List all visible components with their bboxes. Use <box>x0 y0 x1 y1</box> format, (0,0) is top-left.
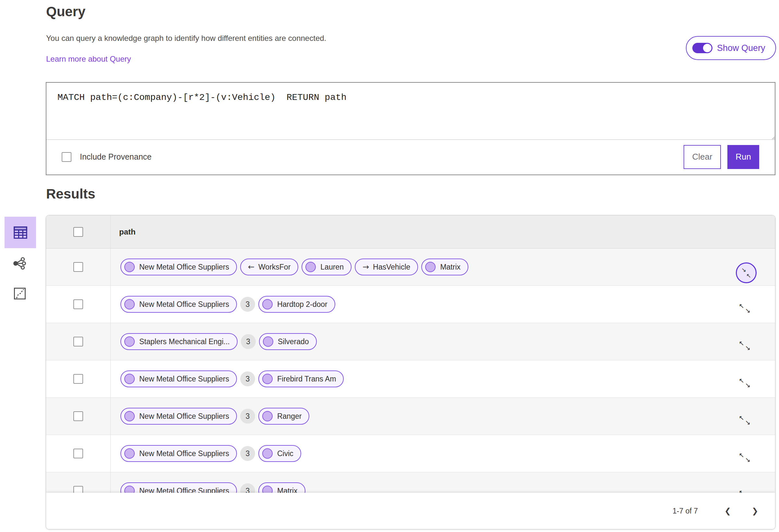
row-checkbox[interactable] <box>73 300 83 309</box>
node-circle-icon <box>262 299 273 310</box>
expand-arrow-se-icon: ↘ <box>745 456 751 463</box>
node-circle-icon <box>124 262 135 272</box>
pagination-range: 1-7 of 7 <box>672 507 698 516</box>
edge-count-badge: 3 <box>240 297 255 312</box>
row-checkbox[interactable] <box>73 411 83 421</box>
show-query-toggle[interactable]: Show Query <box>686 36 776 60</box>
node-pill[interactable]: New Metal Office Suppliers <box>120 445 237 462</box>
expand-row-button[interactable]: ↖↘ <box>739 414 751 425</box>
table-view-icon <box>13 226 27 239</box>
node-circle-icon <box>425 262 436 272</box>
row-select-cell <box>46 249 111 285</box>
collapse-row-button[interactable]: ↘↖ <box>736 262 757 283</box>
expand-row-button[interactable]: ↖↘ <box>739 452 751 463</box>
include-provenance-checkbox[interactable] <box>62 152 71 162</box>
edge-count-badge: 3 <box>240 409 255 424</box>
node-label: Matrix <box>440 263 461 271</box>
row-select-cell <box>46 435 111 472</box>
node-label: New Metal Office Suppliers <box>139 412 229 421</box>
node-label: New Metal Office Suppliers <box>139 375 229 384</box>
expand-arrow-nw-icon: ↖ <box>739 377 744 384</box>
expand-arrow-nw-icon: ↖ <box>739 414 744 421</box>
row-select-cell <box>46 360 111 397</box>
expand-arrow-se-icon: ↘ <box>745 382 751 388</box>
node-circle-icon <box>305 262 316 272</box>
query-buttons: Clear Run <box>683 145 775 169</box>
expand-arrow-nw-icon: ↖ <box>739 303 744 309</box>
node-label: Hardtop 2-door <box>277 300 327 309</box>
page-title: Query <box>46 4 85 19</box>
results-table: path New Metal Office Suppliers←WorksFor… <box>46 215 775 529</box>
view-switcher-map[interactable] <box>13 287 26 301</box>
node-circle-icon <box>124 411 135 421</box>
node-pill[interactable]: Hardtop 2-door <box>258 296 335 313</box>
row-checkbox[interactable] <box>73 337 83 346</box>
path-cell: New Metal Office Suppliers3Hardtop 2-doo… <box>111 296 775 313</box>
show-query-label: Show Query <box>717 43 765 53</box>
row-select-cell <box>46 398 111 435</box>
edge-pill[interactable]: ←WorksFor <box>240 259 298 275</box>
node-pill[interactable]: Matrix <box>421 259 468 275</box>
results-rows: New Metal Office Suppliers←WorksForLaure… <box>46 249 775 510</box>
edge-label: WorksFor <box>258 263 291 271</box>
node-pill[interactable]: Silverado <box>259 333 317 350</box>
expand-row-button[interactable]: ↖↘ <box>739 303 751 314</box>
node-pill[interactable]: New Metal Office Suppliers <box>120 296 237 313</box>
path-cell: New Metal Office Suppliers3Ranger <box>111 408 775 424</box>
node-circle-icon <box>262 448 273 459</box>
query-page: { "colors": { "accent": "#6839d2", "acce… <box>0 0 779 532</box>
row-checkbox[interactable] <box>73 449 83 458</box>
node-pill[interactable]: Lauren <box>302 259 352 275</box>
table-row: New Metal Office Suppliers3Firebird Tran… <box>46 360 775 398</box>
arrow-left-icon: ← <box>248 262 254 271</box>
toggle-switch-icon <box>692 43 712 53</box>
node-pill[interactable]: Ranger <box>258 408 309 424</box>
table-header: path <box>46 215 775 249</box>
expand-arrow-se-icon: ↘ <box>745 307 751 314</box>
expand-arrow-se-icon: ↘ <box>745 344 751 351</box>
expand-arrow-nw-icon: ↖ <box>739 452 744 458</box>
expand-row-button[interactable]: ↖↘ <box>739 340 751 351</box>
table-row: New Metal Office Suppliers3Ranger ↖↘ <box>46 398 775 435</box>
table-row: New Metal Office Suppliers3Civic ↖↘ <box>46 435 775 472</box>
path-cell: New Metal Office Suppliers3Firebird Tran… <box>111 371 775 387</box>
edge-pill[interactable]: →HasVehicle <box>355 259 418 275</box>
row-checkbox[interactable] <box>73 374 83 384</box>
node-pill[interactable]: New Metal Office Suppliers <box>120 408 237 424</box>
pagination-next-button[interactable]: ❯ <box>748 507 762 516</box>
select-all-checkbox[interactable] <box>73 227 83 237</box>
node-label: Staplers Mechanical Engi... <box>139 337 230 346</box>
graph-view-icon <box>12 256 26 271</box>
pagination-prev-button[interactable]: ❮ <box>721 507 735 516</box>
include-provenance-label: Include Provenance <box>80 152 152 161</box>
collapse-arrow-se-icon: ↘ <box>741 267 746 273</box>
edge-count-badge: 3 <box>241 334 256 349</box>
node-circle-icon <box>262 374 273 384</box>
clear-button[interactable]: Clear <box>683 145 721 169</box>
query-editor-footer: Include Provenance Clear Run <box>46 139 775 175</box>
node-label: Silverado <box>278 337 309 346</box>
node-circle-icon <box>263 336 273 347</box>
run-button[interactable]: Run <box>727 145 759 169</box>
query-editor-input[interactable]: MATCH path=(c:Company)-[r*2]-(v:Vehicle)… <box>46 83 775 140</box>
node-pill[interactable]: Staplers Mechanical Engi... <box>120 333 238 350</box>
edge-count-badge: 3 <box>240 372 255 386</box>
table-row: Staplers Mechanical Engi...3Silverado ↖↘ <box>46 323 775 360</box>
node-label: New Metal Office Suppliers <box>139 300 229 309</box>
expand-row-button[interactable]: ↖↘ <box>739 377 751 388</box>
view-switcher-table[interactable] <box>5 217 36 248</box>
node-pill[interactable]: New Metal Office Suppliers <box>120 259 237 275</box>
toggle-knob <box>703 44 712 52</box>
node-pill[interactable]: Civic <box>258 445 301 462</box>
row-checkbox[interactable] <box>73 262 83 272</box>
node-pill[interactable]: New Metal Office Suppliers <box>120 371 237 387</box>
learn-more-link[interactable]: Learn more about Query <box>46 55 131 64</box>
node-circle-icon <box>124 448 135 459</box>
row-select-cell <box>46 323 111 360</box>
view-switcher-graph[interactable] <box>12 256 26 271</box>
node-label: Firebird Trans Am <box>277 375 336 384</box>
expand-arrow-se-icon: ↘ <box>745 419 751 425</box>
table-row: New Metal Office Suppliers3Hardtop 2-doo… <box>46 286 775 323</box>
node-pill[interactable]: Firebird Trans Am <box>258 371 344 387</box>
expand-arrow-nw-icon: ↖ <box>739 340 744 346</box>
